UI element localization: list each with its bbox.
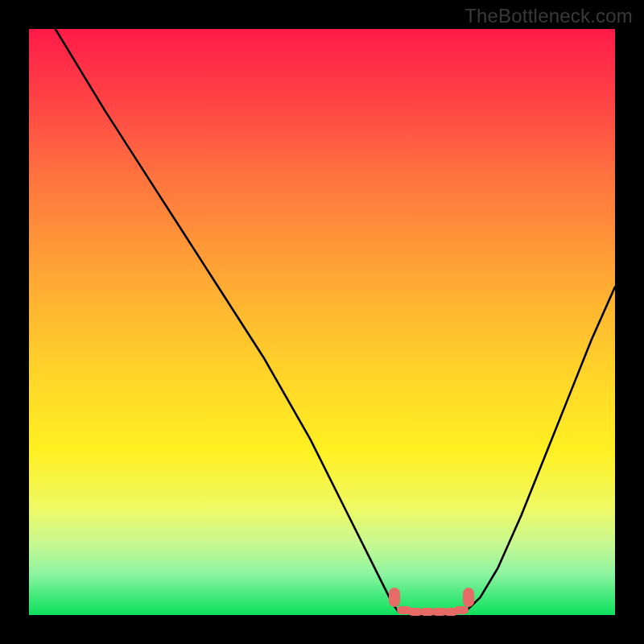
curves-svg — [29, 29, 615, 615]
chart-frame: TheBottleneck.com — [0, 0, 644, 644]
marker-left-edge — [389, 588, 400, 607]
plot-area — [29, 29, 615, 615]
floor-dot-5 — [454, 606, 469, 614]
marker-right-edge — [463, 588, 474, 607]
curve-path — [56, 29, 615, 613]
watermark-text: TheBottleneck.com — [464, 5, 633, 27]
